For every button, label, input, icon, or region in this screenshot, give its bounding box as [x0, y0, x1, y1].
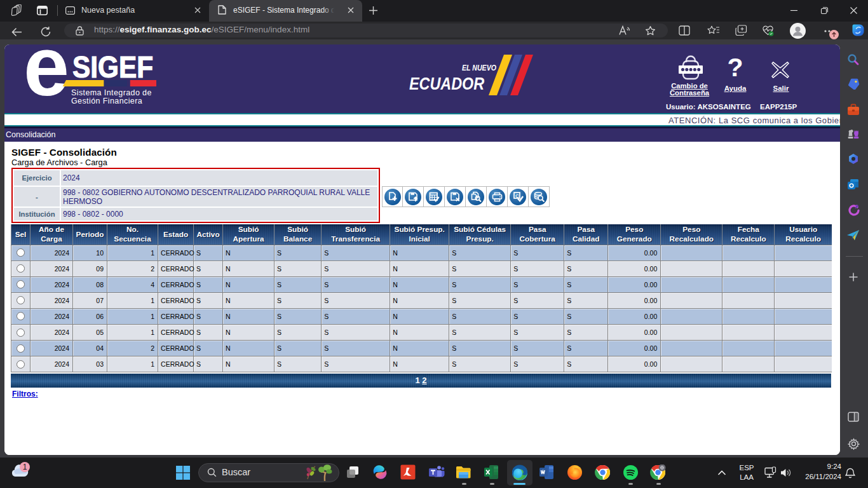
- svg-text:EL NUEVO: EL NUEVO: [462, 64, 497, 72]
- svg-text:e: e: [24, 48, 69, 107]
- svg-text:C: C: [515, 193, 519, 199]
- svg-text:ECUADOR: ECUADOR: [409, 73, 484, 93]
- svg-text:Sistema Integrado de: Sistema Integrado de: [71, 88, 152, 97]
- svg-text:SIGEF: SIGEF: [72, 50, 153, 84]
- svg-text:Gestión Financiera: Gestión Financiera: [71, 97, 142, 105]
